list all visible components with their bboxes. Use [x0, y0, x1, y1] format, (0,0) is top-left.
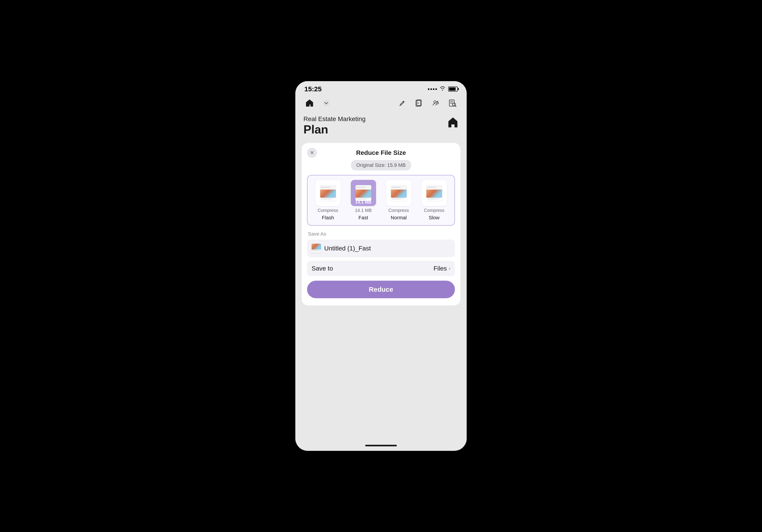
compress-option-flash[interactable]: Compress Flash	[311, 180, 345, 221]
chevron-right-icon: ›	[449, 265, 450, 271]
compress-fast-size-label: 14.1 MB	[355, 208, 371, 213]
svg-text:1: 1	[418, 102, 419, 104]
compress-option-fast[interactable]: 14.1 MB 14.1 MB Fast	[346, 180, 380, 221]
phone-frame: 15:25	[295, 81, 467, 451]
compress-option-slow[interactable]: Compress Slow	[417, 180, 451, 221]
compress-slow-label: Compress	[424, 208, 444, 213]
status-time: 15:25	[304, 85, 322, 93]
compress-card-flash[interactable]	[315, 180, 341, 206]
save-as-section: Save As Untitled (1)_Fast	[307, 231, 455, 257]
doc-title: Plan	[303, 123, 328, 136]
search-doc-icon[interactable]	[446, 97, 459, 109]
close-button[interactable]: ✕	[307, 148, 317, 158]
compress-card-fast[interactable]: 14.1 MB	[351, 180, 376, 206]
compress-fast-name: Fast	[358, 215, 368, 221]
save-to-destination: Files	[433, 265, 447, 272]
compress-normal-name: Normal	[391, 215, 407, 221]
wifi-icon	[440, 86, 445, 92]
compress-normal-label: Compress	[388, 208, 409, 213]
filename-thumbnail	[312, 244, 321, 253]
save-to-row[interactable]: Save to Files ›	[307, 261, 455, 276]
compress-option-normal[interactable]: Compress Normal	[382, 180, 416, 221]
filename-row[interactable]: Untitled (1)_Fast	[307, 240, 455, 257]
header-area: Real Estate Marketing Plan	[295, 111, 467, 143]
compress-card-normal[interactable]	[386, 180, 412, 206]
modal-overlay: ✕ Reduce File Size Original Size: 15.9 M…	[295, 143, 467, 442]
toolbar: 1	[295, 95, 467, 111]
reduce-button[interactable]: Reduce	[307, 281, 455, 298]
status-icons	[428, 86, 458, 92]
home-toolbar-icon[interactable]	[303, 97, 316, 109]
modal-sheet: ✕ Reduce File Size Original Size: 15.9 M…	[302, 143, 460, 305]
collaborate-icon[interactable]	[430, 97, 442, 109]
dropdown-icon[interactable]	[320, 97, 332, 109]
svg-point-1	[400, 106, 400, 106]
filename-text[interactable]: Untitled (1)_Fast	[324, 245, 371, 252]
edit-icon[interactable]	[396, 97, 409, 109]
svg-point-0	[323, 100, 330, 107]
save-as-label: Save As	[307, 231, 455, 237]
modal-header: ✕ Reduce File Size	[307, 149, 455, 156]
svg-point-6	[437, 102, 438, 104]
status-bar: 15:25	[295, 81, 467, 95]
signal-icon	[428, 88, 437, 90]
compress-flash-label: Compress	[318, 208, 338, 213]
pages-icon[interactable]: 1	[413, 97, 425, 109]
compress-flash-name: Flash	[322, 215, 334, 221]
original-size-badge: Original Size: 15.9 MB	[351, 160, 411, 171]
doc-subtitle: Real Estate Marketing	[303, 115, 365, 122]
home-bar	[365, 445, 397, 446]
home-indicator	[295, 442, 467, 451]
compress-fast-size: 14.1 MB	[355, 200, 371, 205]
header-home-icon	[447, 116, 459, 128]
compression-options-container: Compress Flash	[307, 175, 455, 226]
compress-slow-name: Slow	[429, 215, 440, 221]
save-to-label: Save to	[312, 265, 333, 272]
compress-card-slow[interactable]	[421, 180, 447, 206]
save-to-right[interactable]: Files ›	[433, 265, 450, 272]
svg-point-5	[434, 101, 436, 103]
modal-title: Reduce File Size	[356, 149, 406, 156]
battery-icon	[448, 87, 458, 92]
